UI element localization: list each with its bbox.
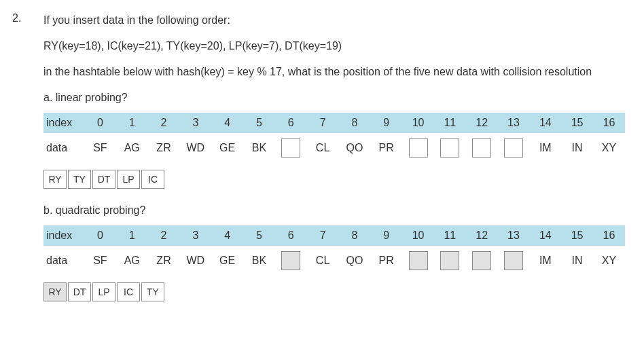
index-cell: 7	[307, 113, 339, 133]
hashtable-b: index012345678910111213141516 dataSFAGZR…	[43, 225, 625, 276]
index-cell: 9	[370, 225, 402, 246]
empty-slot[interactable]	[472, 251, 491, 270]
data-cell	[275, 246, 307, 276]
index-cell: 6	[275, 113, 307, 133]
index-cell: 10	[402, 113, 434, 133]
data-cell: ZR	[148, 133, 180, 163]
index-cell: 3	[179, 113, 211, 133]
data-cell: WD	[179, 133, 211, 163]
data-cell	[275, 133, 307, 163]
data-cell: XY	[593, 246, 625, 276]
data-cell: GE	[211, 246, 243, 276]
index-cell: 14	[529, 113, 561, 133]
data-cell: IN	[561, 133, 593, 163]
data-cell: PR	[370, 133, 402, 163]
data-label: data	[43, 133, 84, 163]
index-cell: 1	[116, 225, 148, 246]
index-cell: 2	[148, 225, 180, 246]
index-cell: 6	[275, 225, 307, 246]
index-cell: 0	[84, 225, 116, 246]
empty-slot[interactable]	[440, 251, 459, 270]
empty-slot[interactable]	[504, 138, 523, 158]
answer-chip[interactable]: TY	[141, 282, 164, 301]
index-cell: 15	[561, 113, 593, 133]
index-cell: 16	[593, 113, 625, 133]
data-cell	[498, 246, 530, 276]
data-cell	[402, 133, 434, 163]
empty-slot[interactable]	[472, 138, 491, 158]
index-cell: 8	[339, 113, 371, 133]
data-cell: AG	[116, 246, 148, 276]
index-cell: 10	[402, 225, 434, 246]
index-label: index	[43, 113, 84, 133]
data-cell: QO	[339, 133, 371, 163]
index-cell: 4	[211, 225, 243, 246]
index-cell: 16	[593, 225, 625, 246]
data-cell: CL	[307, 133, 339, 163]
prompt-line-3: in the hashtable below with hash(key) = …	[43, 64, 625, 80]
hashtable-a: index012345678910111213141516 dataSFAGZR…	[43, 113, 625, 163]
answer-chip[interactable]: LP	[117, 170, 140, 189]
index-cell: 2	[148, 113, 180, 133]
data-cell: BK	[243, 133, 275, 163]
index-cell: 3	[179, 225, 211, 246]
empty-slot[interactable]	[281, 251, 300, 270]
index-cell: 13	[498, 225, 530, 246]
index-cell: 1	[116, 113, 148, 133]
data-cell	[466, 133, 498, 163]
part-b-label: b. quadratic probing?	[43, 202, 625, 219]
empty-slot[interactable]	[409, 251, 428, 270]
index-cell: 9	[370, 113, 402, 133]
data-cell: WD	[179, 246, 211, 276]
empty-slot[interactable]	[504, 251, 523, 270]
data-cell: QO	[339, 246, 371, 276]
empty-slot[interactable]	[409, 138, 428, 158]
data-cell	[402, 246, 434, 276]
answer-chip[interactable]: RY	[43, 282, 67, 301]
answer-chip[interactable]: IC	[141, 170, 164, 189]
prompt-line-1: If you insert data in the following orde…	[43, 12, 625, 29]
index-cell: 13	[498, 113, 530, 133]
data-cell: AG	[116, 133, 148, 163]
index-cell: 0	[84, 113, 116, 133]
prompt-line-2: RY(key=18), IC(key=21), TY(key=20), LP(k…	[43, 38, 625, 54]
data-cell	[434, 246, 466, 276]
index-cell: 11	[434, 225, 466, 246]
answer-chip[interactable]: RY	[43, 170, 67, 189]
index-cell: 12	[466, 113, 498, 133]
data-cell: GE	[211, 133, 243, 163]
data-cell: XY	[593, 133, 625, 163]
data-cell: CL	[307, 246, 339, 276]
data-cell: BK	[243, 246, 275, 276]
part-a-label: a. linear probing?	[43, 90, 625, 106]
index-cell: 8	[339, 225, 371, 246]
data-label: data	[43, 246, 84, 276]
index-cell: 7	[307, 225, 339, 246]
answer-chip[interactable]: TY	[68, 170, 91, 189]
index-cell: 11	[434, 113, 466, 133]
answer-chip[interactable]: IC	[117, 282, 140, 301]
data-cell: PR	[370, 246, 402, 276]
data-cell: SF	[84, 246, 116, 276]
answer-chip[interactable]: DT	[68, 282, 91, 301]
index-cell: 5	[243, 225, 275, 246]
data-cell: IM	[529, 246, 561, 276]
empty-slot[interactable]	[281, 138, 300, 158]
answer-chip[interactable]: DT	[92, 170, 115, 189]
data-cell	[498, 133, 530, 163]
index-label: index	[43, 225, 84, 246]
empty-slot[interactable]	[440, 138, 459, 158]
index-cell: 14	[529, 225, 561, 246]
data-cell: IN	[561, 246, 593, 276]
data-cell: IM	[529, 133, 561, 163]
data-cell	[434, 133, 466, 163]
data-cell: ZR	[148, 246, 180, 276]
index-cell: 4	[211, 113, 243, 133]
index-cell: 12	[466, 225, 498, 246]
index-cell: 5	[243, 113, 275, 133]
chips-a: RYTYDTLPIC	[43, 170, 625, 189]
data-cell	[466, 246, 498, 276]
question-number: 2.	[12, 12, 43, 24]
chips-b: RYDTLPICTY	[43, 282, 625, 301]
answer-chip[interactable]: LP	[92, 282, 115, 301]
